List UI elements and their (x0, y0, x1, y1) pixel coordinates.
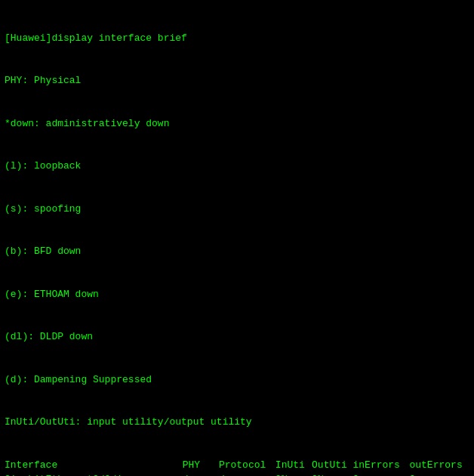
table-header-row: Interface PHY Protocol InUti OutUti inEr… (5, 459, 469, 473)
legend-ethoam: (e): ETHOAM down (5, 288, 469, 302)
col-header-inuti: InUti (275, 459, 312, 473)
interface-table: Interface PHY Protocol InUti OutUti inEr… (5, 459, 469, 476)
legend-dldp: (dl): DLDP down (5, 330, 469, 345)
legend-bfd: (b): BFD down (5, 245, 469, 259)
col-header-outerrors: outErrors (409, 459, 469, 473)
terminal-window: [Huawei]display interface brief PHY: Phy… (5, 3, 469, 476)
table-row: GigabitEthernet0/0/1downdown0%0%00 (5, 473, 469, 476)
legend-inuti-oututi: InUti/OutUti: input utility/output utili… (5, 416, 469, 430)
col-header-oututi: OutUti (312, 459, 352, 473)
legend-admin-down: *down: administratively down (5, 117, 469, 131)
legend-dampening: (d): Dampening Suppressed (5, 373, 469, 388)
legend-loopback: (l): loopback (5, 159, 469, 174)
col-header-protocol: Protocol (219, 459, 275, 473)
terminal-body: [Huawei]display interface brief PHY: Phy… (5, 3, 469, 459)
col-header-inerrors: inErrors (352, 459, 409, 473)
legend-phy: PHY: Physical (5, 74, 469, 88)
col-header-interface: Interface (5, 459, 183, 473)
command-line: [Huawei]display interface brief (5, 32, 469, 46)
col-header-phy: PHY (183, 459, 219, 473)
legend-spoofing: (s): spoofing (5, 202, 469, 217)
